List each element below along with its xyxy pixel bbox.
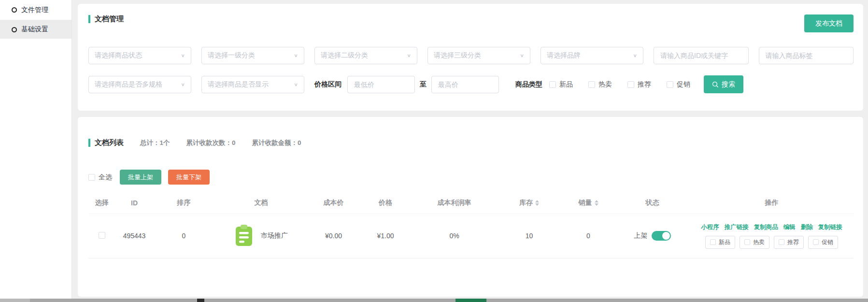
tag-checkbox-row: 新品 热卖 推荐 促销	[690, 236, 854, 249]
scrollbar-segment	[197, 299, 204, 302]
filter-row-1: 请选择商品状态 ∨ 请选择一级分类 ∨ 请选择二级分类 ∨ 请选择三级分类 ∨ …	[88, 47, 854, 64]
chevron-down-icon: ∨	[520, 53, 524, 58]
select-category-level1[interactable]: 请选择一级分类 ∨	[201, 47, 304, 64]
status-label: 上架	[634, 231, 648, 240]
select-category-level2[interactable]: 请选择二级分类 ∨	[314, 47, 417, 64]
publish-document-button[interactable]: 发布文档	[804, 14, 854, 32]
title-accent-bar	[88, 15, 90, 23]
checkbox-icon	[813, 239, 819, 245]
chevron-down-icon: ∨	[181, 82, 185, 87]
chevron-down-icon: ∨	[294, 53, 298, 58]
checkbox-icon	[549, 81, 556, 88]
op-mini-program-link[interactable]: 小程序	[701, 223, 719, 231]
product-type-label: 商品类型	[515, 80, 542, 89]
select-brand[interactable]: 请选择品牌 ∨	[541, 47, 643, 64]
th-operations: 操作	[690, 192, 854, 214]
op-delete-link[interactable]: 删除	[801, 223, 813, 231]
th-id: ID	[115, 192, 154, 214]
op-promotion-link[interactable]: 推广链接	[725, 223, 749, 231]
payment-count-stat: 累计收款次数：0	[186, 139, 236, 147]
circle-icon	[12, 27, 17, 32]
select-all-checkbox[interactable]: 全选	[88, 173, 112, 182]
table-row: 495443 0 市场推广	[88, 214, 854, 258]
checkbox-type-hot[interactable]: 热卖	[588, 80, 612, 89]
checkbox-icon	[588, 81, 595, 88]
checkbox-type-recommend[interactable]: 推荐	[627, 80, 651, 89]
checkbox-icon	[627, 81, 634, 88]
checkbox-icon	[779, 239, 784, 245]
cell-stock: 10	[497, 214, 562, 258]
select-category-level3[interactable]: 请选择三级分类 ∨	[427, 47, 530, 64]
th-status: 状态	[615, 192, 690, 214]
sidebar-item-basic-settings[interactable]: 基础设置	[0, 20, 71, 39]
chevron-down-icon: ∨	[407, 53, 411, 58]
chevron-down-icon: ∨	[633, 53, 637, 58]
search-icon	[712, 81, 719, 88]
tag-checkbox-new[interactable]: 新品	[705, 236, 735, 249]
select-visible[interactable]: 请选择商品是否显示 ∨	[201, 76, 304, 93]
cell-id: 495443	[115, 214, 154, 258]
operation-links: 小程序 推广链接 复制商品 编辑 删除 复制链接	[690, 223, 854, 231]
tag-checkbox-recommend[interactable]: 推荐	[774, 236, 804, 249]
title-accent-bar	[88, 139, 90, 147]
total-count-stat: 总计：1个	[140, 139, 170, 147]
cell-sort: 0	[154, 214, 214, 258]
th-price: 价格	[359, 192, 412, 214]
scrollbar-segment	[455, 299, 486, 302]
batch-actions-row: 全选 批量上架 批量下架	[88, 170, 854, 185]
document-table: 选择 ID 排序 文档 成本价 价格 成本利润率 库存 销量 状态 操作	[88, 192, 854, 259]
sort-carets-icon[interactable]	[535, 200, 539, 206]
sidebar-item-file-management[interactable]: 文件管理	[0, 0, 71, 20]
batch-on-shelf-button[interactable]: 批量上架	[120, 170, 161, 185]
th-sales[interactable]: 销量	[562, 192, 615, 214]
document-list-panel: 文档列表 总计：1个 累计收款次数：0 累计收款金额：0 全选 批量上架 批量下…	[78, 117, 863, 297]
checkbox-icon	[88, 174, 95, 181]
list-title: 文档列表	[88, 138, 124, 147]
sidebar-item-label: 基础设置	[21, 25, 48, 34]
toggle-knob-icon	[662, 232, 670, 240]
page-title: 文档管理	[88, 14, 124, 24]
tag-checkbox-promotion[interactable]: 促销	[808, 236, 838, 249]
circle-icon	[12, 7, 17, 13]
tag-checkbox-hot[interactable]: 热卖	[740, 236, 769, 249]
checkbox-type-new[interactable]: 新品	[549, 80, 573, 89]
th-cost-profit-rate: 成本利润率	[412, 192, 497, 214]
search-button[interactable]: 搜索	[704, 75, 743, 93]
op-copy-url-link[interactable]: 复制链接	[818, 223, 842, 231]
checkbox-type-promotion[interactable]: 促销	[667, 80, 690, 89]
filter-row-2: 请选择商品是否多规格 ∨ 请选择商品是否显示 ∨ 价格区间 至 商品类型 新品 …	[88, 75, 854, 93]
op-copy-product-link[interactable]: 复制商品	[754, 223, 778, 231]
cell-sales: 0	[562, 214, 615, 258]
sidebar-item-label: 文件管理	[21, 6, 48, 14]
select-product-status[interactable]: 请选择商品状态 ∨	[88, 47, 191, 64]
checkbox-icon	[99, 232, 105, 239]
cell-cost-price: ¥0.00	[308, 214, 359, 258]
document-icon	[234, 225, 254, 247]
cell-price: ¥1.00	[359, 214, 412, 258]
price-range-label: 价格区间	[314, 80, 342, 89]
cell-cost-profit-rate: 0%	[412, 214, 497, 258]
cell-document-name: 市场推广	[261, 231, 288, 240]
row-checkbox[interactable]	[99, 232, 105, 239]
horizontal-scrollbar[interactable]	[0, 299, 868, 302]
payment-amount-stat: 累计收款金额：0	[252, 139, 301, 147]
sidebar: 文件管理 基础设置	[0, 0, 72, 299]
th-select: 选择	[88, 192, 115, 214]
filter-panel: 文档管理 发布文档 请选择商品状态 ∨ 请选择一级分类 ∨ 请选择二级分类 ∨ …	[78, 4, 863, 111]
to-label: 至	[420, 80, 427, 89]
status-toggle[interactable]	[652, 231, 671, 241]
th-document: 文档	[214, 192, 308, 214]
input-product-id-keyword[interactable]	[654, 47, 749, 64]
sort-carets-icon[interactable]	[595, 200, 598, 206]
input-product-tag[interactable]	[759, 47, 854, 64]
th-sort: 排序	[154, 192, 214, 214]
main-content: 文档管理 发布文档 请选择商品状态 ∨ 请选择一级分类 ∨ 请选择二级分类 ∨ …	[72, 0, 868, 299]
input-max-price[interactable]	[431, 76, 499, 93]
th-stock[interactable]: 库存	[497, 192, 562, 214]
select-multi-spec[interactable]: 请选择商品是否多规格 ∨	[88, 76, 191, 93]
input-min-price[interactable]	[347, 76, 415, 93]
op-edit-link[interactable]: 编辑	[783, 223, 796, 231]
batch-off-shelf-button[interactable]: 批量下架	[168, 170, 210, 185]
checkbox-icon	[744, 239, 750, 245]
th-cost-price: 成本价	[308, 192, 359, 214]
